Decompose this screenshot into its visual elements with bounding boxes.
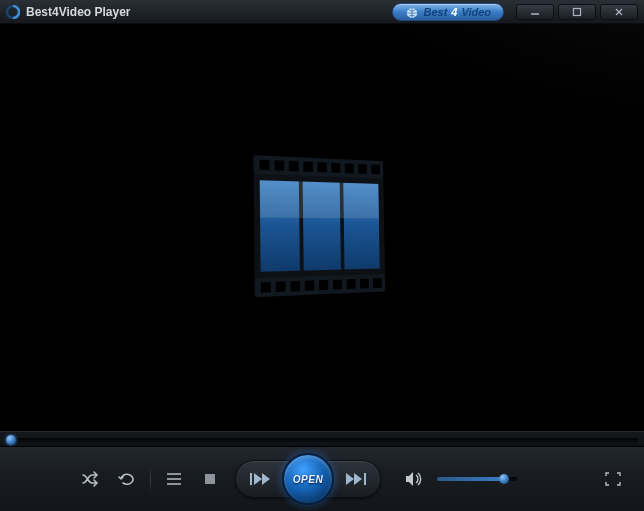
app-title: Best4Video Player xyxy=(26,5,131,19)
left-controls xyxy=(76,466,225,492)
svg-rect-16 xyxy=(261,281,271,292)
next-button[interactable] xyxy=(332,464,374,494)
volume-fill xyxy=(437,477,501,481)
svg-rect-14 xyxy=(358,163,367,173)
svg-rect-39 xyxy=(364,473,366,485)
progress-bar[interactable] xyxy=(0,431,644,447)
svg-rect-18 xyxy=(290,280,300,291)
close-button[interactable] xyxy=(600,4,638,20)
svg-rect-20 xyxy=(319,279,328,289)
app-icon xyxy=(6,5,20,19)
volume-slider[interactable] xyxy=(437,477,517,481)
svg-marker-36 xyxy=(262,473,270,485)
svg-rect-17 xyxy=(276,281,286,292)
svg-marker-40 xyxy=(406,472,413,486)
volume-button[interactable] xyxy=(399,466,429,492)
control-bar: OPEN xyxy=(0,447,644,511)
svg-rect-29 xyxy=(260,180,379,218)
svg-marker-38 xyxy=(354,473,362,485)
svg-marker-35 xyxy=(254,473,262,485)
svg-rect-2 xyxy=(574,8,581,15)
svg-rect-9 xyxy=(289,160,299,171)
svg-rect-15 xyxy=(371,164,380,174)
svg-marker-37 xyxy=(346,473,354,485)
svg-rect-19 xyxy=(305,280,315,291)
svg-rect-11 xyxy=(317,162,326,172)
fullscreen-button[interactable] xyxy=(598,466,628,492)
open-label: OPEN xyxy=(293,474,323,485)
brand-badge[interactable]: Best 4 Video xyxy=(392,3,504,21)
maximize-button[interactable] xyxy=(558,4,596,20)
filmstrip-placeholder-icon xyxy=(243,144,394,312)
transport-cluster: OPEN xyxy=(235,460,381,498)
repeat-button[interactable] xyxy=(112,466,142,492)
brand-word-1: Best xyxy=(423,6,447,18)
svg-rect-33 xyxy=(205,474,215,484)
svg-rect-7 xyxy=(260,159,270,170)
separator xyxy=(150,466,151,492)
globe-icon xyxy=(405,6,419,18)
brand-word-3: Video xyxy=(461,6,491,18)
progress-track xyxy=(6,438,638,442)
brand-word-2: 4 xyxy=(451,6,457,18)
svg-rect-34 xyxy=(250,473,252,485)
svg-rect-8 xyxy=(274,160,284,171)
shuffle-button[interactable] xyxy=(76,466,106,492)
svg-rect-10 xyxy=(303,161,313,171)
volume-group xyxy=(399,466,517,492)
open-play-button[interactable]: OPEN xyxy=(282,453,334,505)
svg-rect-21 xyxy=(333,279,342,289)
titlebar: Best4Video Player Best 4 Video xyxy=(0,0,644,24)
svg-rect-12 xyxy=(331,162,340,172)
previous-button[interactable] xyxy=(242,464,284,494)
svg-rect-23 xyxy=(360,278,369,288)
progress-thumb[interactable] xyxy=(6,435,16,445)
svg-rect-22 xyxy=(346,278,355,288)
playlist-button[interactable] xyxy=(159,466,189,492)
svg-rect-24 xyxy=(373,278,382,288)
minimize-button[interactable] xyxy=(516,4,554,20)
video-canvas[interactable] xyxy=(0,24,644,431)
svg-rect-13 xyxy=(345,163,354,173)
volume-thumb[interactable] xyxy=(499,474,509,484)
stop-button[interactable] xyxy=(195,466,225,492)
